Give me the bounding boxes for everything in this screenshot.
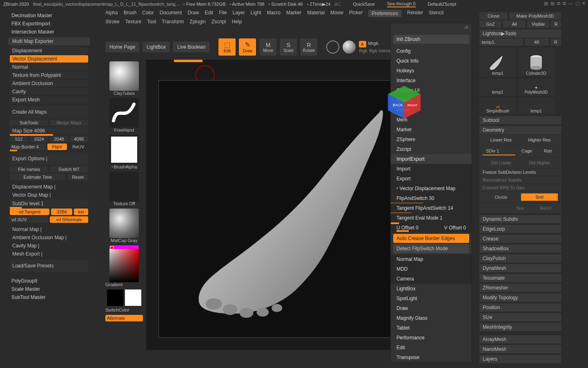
pref-hotkeys[interactable]: Hotkeys	[391, 66, 472, 76]
type-ao[interactable]: Ambient Occlusion	[10, 80, 88, 87]
pref-marker[interactable]: Marker	[391, 125, 472, 135]
plugin-subtool-master[interactable]: SubTool Master	[8, 293, 90, 301]
draw-mode-button[interactable]: ✎Draw	[239, 38, 256, 56]
menu-edit[interactable]: Edit	[205, 10, 213, 17]
color-secondary[interactable]	[125, 289, 141, 306]
subtool-header[interactable]: Subtool	[479, 116, 561, 124]
subdiv-level-slider[interactable]: SubDiv level 1	[10, 200, 88, 207]
tool-name-slider[interactable]: temp1. 48 R	[479, 38, 561, 46]
close-icon[interactable]: ✕	[582, 1, 586, 6]
goz-button[interactable]: GoZ	[479, 20, 501, 28]
pref-quickinfo[interactable]: Quick Info	[391, 56, 472, 66]
menu-draw[interactable]: Draw	[187, 10, 199, 17]
pref-camera[interactable]: Camera	[391, 274, 472, 284]
lightbox-tools-header[interactable]: Lightbox▶Tools	[479, 29, 561, 38]
plugin-fbx[interactable]: FBX ExportImport	[8, 20, 90, 28]
convert-bpr-button[interactable]: Convert BPR To Geo	[479, 184, 561, 191]
edit-mode-button[interactable]: ⬚Edit	[218, 38, 236, 56]
sec-crease[interactable]: Crease	[479, 235, 561, 243]
tool-cylinder[interactable]: Cylinder3D	[518, 47, 555, 77]
plugin-intersection[interactable]: Intersection Masker	[8, 28, 90, 36]
menu-layer[interactable]: Layer	[233, 10, 245, 17]
type-displacement[interactable]: Displacement	[10, 47, 88, 54]
menu-brush[interactable]: Brush	[124, 10, 136, 17]
menu-alpha[interactable]: Alpha	[105, 10, 118, 17]
flipv-button[interactable]: FlipV	[47, 144, 67, 150]
ao-map-section[interactable]: Ambient Occlusion Map |	[10, 233, 88, 242]
menus-icon[interactable]: ▥	[544, 1, 548, 6]
type-cavity[interactable]: Cavity	[10, 88, 88, 95]
float-icon[interactable]: ⧉	[557, 1, 560, 6]
menu-help[interactable]: Help	[232, 19, 242, 25]
map-border-slider[interactable]: Map Border 4	[10, 144, 46, 150]
pref-mdd[interactable]: MDD	[391, 264, 472, 274]
divide-button[interactable]: Divide	[483, 193, 519, 201]
del-higher-button[interactable]: Del Higher	[521, 159, 558, 166]
file-names-button[interactable]: File names	[10, 166, 48, 173]
reuv-button[interactable]: ReUV	[534, 204, 558, 212]
move-mode-button[interactable]: MMove	[259, 38, 276, 56]
menu-marker[interactable]: Marker	[286, 10, 301, 17]
menu-zplugin[interactable]: Zplugin	[189, 19, 205, 25]
sec-zremesher[interactable]: ZRemesher	[479, 284, 561, 292]
detect-flipswitch-button[interactable]: Detect FilpSwitch Mode	[393, 244, 469, 253]
pref-performance[interactable]: Performance	[391, 333, 472, 343]
plugin-decimation[interactable]: Decimation Master	[8, 11, 90, 20]
material-icon[interactable]	[343, 40, 356, 54]
tool-temp1c[interactable]: temp1	[518, 97, 555, 114]
gradient-label[interactable]: Gradient	[105, 282, 143, 287]
sec-meshintegrity[interactable]: MeshIntegrity	[479, 323, 561, 331]
menu-macro[interactable]: Macro	[267, 10, 281, 17]
sec-position[interactable]: Position	[479, 303, 561, 312]
sdiv-slider[interactable]: SDiv 1	[483, 147, 515, 155]
texture-swatch[interactable]	[109, 172, 139, 201]
higher-res-button[interactable]: Higher Res	[521, 136, 558, 144]
quicksave-button[interactable]: QuickSave	[353, 2, 375, 7]
size-4096[interactable]: 4096	[70, 136, 88, 142]
rotate-mode-button[interactable]: RRotate	[300, 38, 317, 56]
reset-button[interactable]: Reset	[67, 174, 88, 180]
clone-button[interactable]: Clone	[479, 12, 508, 20]
init-zbrush-button[interactable]: Init ZBrush	[393, 35, 469, 44]
pref-vdm-header[interactable]: Vector Displacement Map	[391, 184, 472, 193]
menu-picker[interactable]: Picker	[349, 10, 363, 17]
vector-disp-section[interactable]: Vector Disp Map |	[10, 191, 88, 199]
lightbox-button[interactable]: LightBox	[143, 42, 170, 52]
type-texture-polypaint[interactable]: Texture from Polypaint	[10, 72, 88, 79]
pref-zscript[interactable]: Zscript	[391, 144, 472, 154]
pref-draw[interactable]: Draw	[391, 303, 472, 313]
switch-color-button[interactable]: SwitchColor	[105, 307, 143, 312]
suv-button[interactable]: Suv	[508, 204, 532, 212]
flipandswitch-slider[interactable]: FlipAndSwitch 30	[391, 193, 472, 203]
menu-zscript[interactable]: Zscript	[212, 19, 226, 25]
pref-zsphere[interactable]: ZSphere	[391, 135, 472, 144]
maximize-icon[interactable]: ▢	[575, 1, 579, 6]
sec-dynamesh[interactable]: DynaMesh	[479, 264, 561, 272]
home-page-button[interactable]: Home Page	[105, 42, 139, 52]
menu-document[interactable]: Document	[160, 10, 182, 17]
rgb-button[interactable]: Rgb	[359, 48, 367, 53]
menu-stroke[interactable]: Stroke	[105, 19, 120, 25]
minimize-icon[interactable]: —	[568, 1, 573, 6]
uv-offset-row[interactable]: U Offset 0 V Offset 0	[391, 223, 472, 233]
pref-import[interactable]: Import	[391, 164, 472, 174]
cavity-map-section[interactable]: Cavity Map |	[10, 242, 88, 250]
sec-tessimate[interactable]: Tessimate	[479, 274, 561, 282]
normal-map-section[interactable]: Normal Map |	[10, 225, 88, 233]
visible-button[interactable]: Visible	[527, 20, 549, 28]
plugin-polygroupit[interactable]: PolyGroupIt	[8, 277, 90, 285]
color-picker[interactable]	[109, 245, 139, 282]
estimate-time-button[interactable]: Estimate Time	[10, 174, 66, 180]
float-icon[interactable]: ⧉	[563, 1, 566, 6]
menu-color[interactable]: Color	[142, 10, 154, 17]
pref-lightbox[interactable]: LightBox	[391, 284, 472, 294]
type-export-mesh[interactable]: Export Mesh	[10, 96, 88, 103]
gizmo-icon[interactable]	[326, 40, 339, 54]
tool-temp1b[interactable]: temp1	[479, 79, 516, 96]
vd-suv-button[interactable]: vd SUV	[10, 216, 48, 223]
brush-swatch[interactable]	[109, 61, 139, 91]
menu-transform[interactable]: Transform	[162, 19, 184, 25]
pref-transpose[interactable]: Transpose	[391, 352, 472, 362]
size-512[interactable]: 512	[10, 136, 28, 142]
tangent-fas-slider[interactable]: Tangent FlipAndSwitch 14	[391, 203, 472, 213]
